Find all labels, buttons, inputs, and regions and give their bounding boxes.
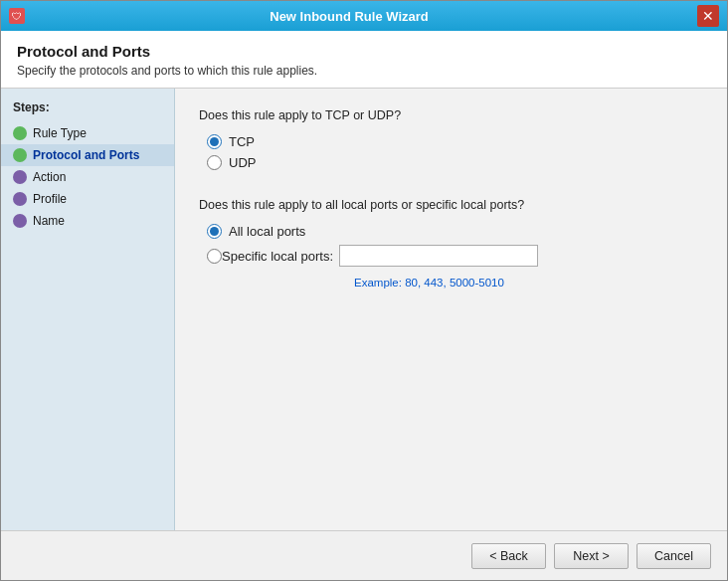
- sidebar-label-name: Name: [33, 214, 65, 228]
- udp-label[interactable]: UDP: [229, 155, 256, 170]
- specific-ports-radio[interactable]: [207, 249, 222, 264]
- page-header: Protocol and Ports Specify the protocols…: [1, 31, 727, 89]
- tcp-label[interactable]: TCP: [229, 134, 255, 149]
- specific-ports-option[interactable]: Specific local ports:: [207, 245, 703, 267]
- udp-option[interactable]: UDP: [207, 155, 703, 170]
- window-title: New Inbound Rule Wizard: [25, 9, 673, 24]
- question-ports: Does this rule apply to all local ports …: [199, 198, 703, 212]
- question-tcp-udp: Does this rule apply to TCP or UDP?: [199, 108, 703, 122]
- ports-section: Does this rule apply to all local ports …: [199, 198, 703, 312]
- tcp-radio[interactable]: [207, 134, 222, 149]
- udp-radio[interactable]: [207, 155, 222, 170]
- sidebar-item-name[interactable]: Name: [1, 210, 174, 232]
- tcp-option[interactable]: TCP: [207, 134, 703, 149]
- sidebar-item-protocol-ports[interactable]: Protocol and Ports: [1, 144, 174, 166]
- example-text: Example: 80, 443, 5000-5010: [354, 277, 703, 289]
- sidebar-label-action: Action: [33, 170, 66, 184]
- title-bar: 🛡 New Inbound Rule Wizard ✕: [1, 1, 727, 31]
- sidebar-label-rule-type: Rule Type: [33, 126, 87, 140]
- window-body: Steps: Rule Type Protocol and Ports Acti…: [1, 89, 727, 530]
- all-ports-option[interactable]: All local ports: [207, 224, 703, 239]
- sidebar: Steps: Rule Type Protocol and Ports Acti…: [1, 89, 175, 530]
- main-content: Does this rule apply to TCP or UDP? TCP …: [175, 89, 727, 530]
- dot-name: [13, 214, 27, 228]
- all-ports-label[interactable]: All local ports: [229, 224, 305, 239]
- sidebar-item-profile[interactable]: Profile: [1, 188, 174, 210]
- steps-label: Steps:: [1, 100, 174, 122]
- close-button[interactable]: ✕: [697, 5, 719, 27]
- dot-protocol-ports: [13, 148, 27, 162]
- sidebar-item-action[interactable]: Action: [1, 166, 174, 188]
- sidebar-item-rule-type[interactable]: Rule Type: [1, 122, 174, 144]
- ports-radio-group: All local ports Specific local ports: Ex…: [199, 224, 703, 289]
- cancel-button[interactable]: Cancel: [637, 543, 711, 569]
- dot-rule-type: [13, 126, 27, 140]
- all-ports-radio[interactable]: [207, 224, 222, 239]
- next-button[interactable]: Next >: [554, 543, 629, 569]
- wizard-window: 🛡 New Inbound Rule Wizard ✕ Protocol and…: [0, 0, 728, 581]
- sidebar-label-profile: Profile: [33, 192, 67, 206]
- sidebar-label-protocol-ports: Protocol and Ports: [33, 148, 139, 162]
- page-subtitle: Specify the protocols and ports to which…: [17, 64, 711, 78]
- dot-action: [13, 170, 27, 184]
- dot-profile: [13, 192, 27, 206]
- page-title: Protocol and Ports: [17, 43, 711, 60]
- window-footer: < Back Next > Cancel: [1, 530, 727, 580]
- specific-ports-label[interactable]: Specific local ports:: [222, 249, 333, 264]
- specific-ports-input[interactable]: [339, 245, 538, 267]
- protocol-radio-group: TCP UDP: [199, 134, 703, 170]
- back-button[interactable]: < Back: [471, 543, 546, 569]
- title-bar-left: 🛡: [9, 8, 25, 24]
- app-icon: 🛡: [9, 8, 25, 24]
